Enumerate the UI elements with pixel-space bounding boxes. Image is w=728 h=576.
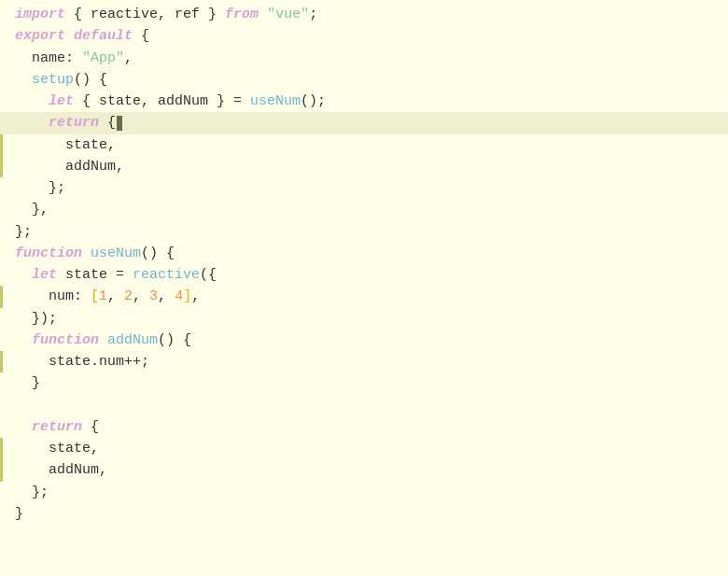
code-line-12: function useNum () { xyxy=(0,243,728,264)
code-line-6: return { xyxy=(0,112,728,133)
code-line-24: } xyxy=(0,503,728,525)
code-line-20: return { xyxy=(0,416,728,438)
code-line-8: addNum, xyxy=(0,156,728,177)
code-line-22: addNum, xyxy=(0,459,728,481)
code-line-23: }; xyxy=(0,482,728,503)
code-line-13: let state = reactive ({ xyxy=(0,264,728,286)
code-line-2: export default { xyxy=(0,25,728,47)
code-line-17: state.num++; xyxy=(0,351,728,372)
code-line-5: let { state, addNum } = useNum (); xyxy=(0,91,728,112)
code-line-3: name: "App" , xyxy=(0,48,728,69)
code-line-1: import { reactive , ref } from "vue" ; xyxy=(0,4,728,25)
code-editor: import { reactive , ref } from "vue" ; e… xyxy=(0,0,728,576)
code-line-11: }; xyxy=(0,221,728,243)
code-line-4: setup () { xyxy=(0,69,728,91)
code-line-10: }, xyxy=(0,199,728,220)
cursor xyxy=(117,116,122,131)
token-import: import xyxy=(15,4,65,25)
code-line-18: } xyxy=(0,372,728,394)
code-line-14: num: [ 1 , 2 , 3 , 4 ] , xyxy=(0,286,728,307)
code-line-7: state, xyxy=(0,134,728,156)
code-line-16: function addNum () { xyxy=(0,330,728,351)
code-line-15: }); xyxy=(0,308,728,330)
code-line-9: }; xyxy=(0,177,728,199)
code-line-21: state, xyxy=(0,438,728,459)
code-line-19 xyxy=(0,395,728,416)
